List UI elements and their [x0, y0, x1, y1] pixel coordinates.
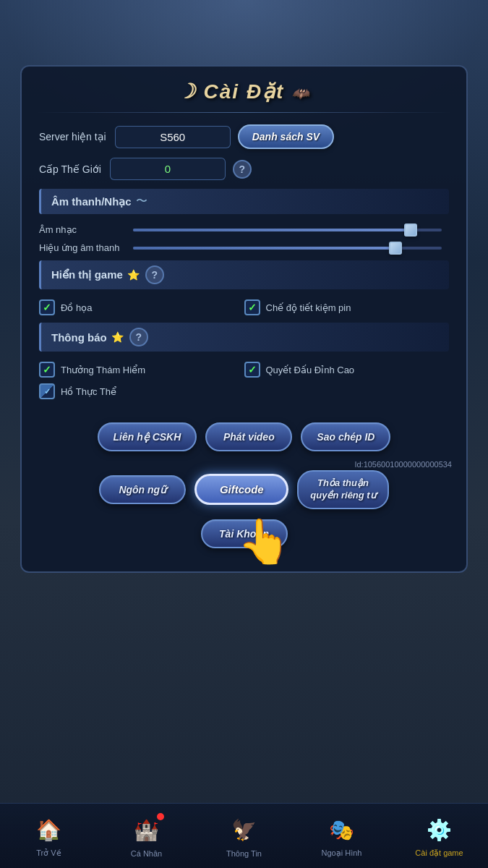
ca-nhan-label: Cá Nhân: [131, 849, 162, 858]
do-hoa-checkbox[interactable]: [39, 299, 55, 315]
display-options-row: Đồ họa Chế độ tiết kiệm pin: [39, 299, 449, 315]
nav-thong-tin[interactable]: 🦅 Thông Tin: [195, 814, 293, 858]
nav-ca-nhan[interactable]: 🏰 Cá Nhân: [98, 814, 195, 858]
ngoai-hinh-label: Ngoại Hình: [322, 848, 362, 858]
tiet-kiem-label: Chế độ tiết kiệm pin: [266, 302, 351, 313]
privacy-line2: quyền riêng tư: [310, 490, 375, 501]
am-thanh-title: Âm thanh/Nhạc: [51, 195, 132, 208]
hien-thi-star-icon: ⭐: [127, 269, 140, 281]
am-nhac-fill: [133, 229, 411, 231]
quyet-dau-label: Quyết Đấu Đỉnh Cao: [266, 365, 355, 375]
quyet-dau-item: Quyết Đấu Đỉnh Cao: [244, 362, 450, 378]
privacy-line1: Thỏa thuận: [317, 477, 369, 488]
quyet-dau-checkbox[interactable]: [244, 362, 260, 378]
thuong-tham-hiem-checkbox[interactable]: [39, 362, 55, 378]
nav-ngoai-hinh[interactable]: 🎭 Ngoại Hình: [293, 814, 390, 858]
hieu-ung-slider[interactable]: [133, 247, 442, 250]
cap-label: Cấp Thế Giới: [39, 163, 101, 175]
bottom-navigation: 🏠 Trở Về 🏰 Cá Nhân 🦅 Thông Tin 🎭 Ngoại H…: [0, 803, 488, 868]
server-row: Server hiện tại S560 Danh sách SV: [39, 124, 449, 149]
do-hoa-item: Đồ họa: [39, 299, 244, 315]
sao-chep-button[interactable]: Sao chép ID: [301, 422, 390, 451]
notif-row-1: Thưởng Thám Hiểm Quyết Đấu Đỉnh Cao: [39, 362, 449, 378]
cai-dat-game-label: Cài đặt game: [415, 848, 463, 858]
hieu-ung-fill: [133, 247, 395, 250]
do-hoa-label: Đồ họa: [61, 302, 92, 313]
cai-dat-game-icon: ⚙️: [424, 814, 455, 846]
ho-thuc-checkbox[interactable]: [39, 383, 55, 399]
ca-nhan-notification-dot: [157, 813, 164, 820]
ca-nhan-icon: 🏰: [131, 814, 163, 846]
settings-panel: ☽ Cài Đặt 🦇 Server hiện tại S560 Danh sá…: [20, 65, 468, 573]
server-list-button[interactable]: Danh sách SV: [238, 124, 334, 149]
am-nhac-row: Âm nhạc: [39, 224, 449, 235]
nav-cai-dat-game[interactable]: ⚙️ Cài đặt game: [390, 814, 488, 858]
server-label: Server hiện tại: [39, 131, 106, 142]
notif-row-2: Hồ Thực Thể: [39, 383, 449, 399]
thuong-tham-hiem-label: Thưởng Thám Hiểm: [61, 365, 145, 375]
am-nhac-thumb[interactable]: [404, 224, 417, 237]
title-area: ☽ Cài Đặt 🦇: [22, 67, 466, 112]
id-display: Id:10560010000000000534: [33, 460, 455, 469]
buttons-section: Liên hệ CSKH Phát video Sao chép ID Id:1…: [22, 417, 466, 548]
hien-thi-title: Hiển thị game: [51, 268, 123, 281]
phat-video-button[interactable]: Phát video: [205, 422, 292, 451]
cursor-hand-icon: 👆: [237, 516, 291, 567]
thong-tin-label: Thông Tin: [226, 849, 262, 858]
privacy-button[interactable]: Thỏa thuận quyền riêng tư: [297, 470, 388, 509]
tiet-kiem-item: Chế độ tiết kiệm pin: [244, 299, 450, 315]
lien-he-button[interactable]: Liên hệ CSKH: [98, 422, 197, 451]
hien-thi-header: Hiển thị game ⭐ ?: [39, 260, 449, 289]
hieu-ung-row: Hiệu ứng âm thanh: [39, 242, 449, 253]
tro-ve-label: Trở Về: [36, 848, 61, 858]
content-area: Server hiện tại S560 Danh sách SV Cấp Th…: [22, 113, 466, 417]
ngoai-hinh-icon: 🎭: [326, 814, 358, 846]
thong-bao-header: Thông báo ⭐ ?: [39, 323, 449, 352]
btn-row-1: Liên hệ CSKH Phát video Sao chép ID: [33, 422, 455, 451]
tiet-kiem-checkbox[interactable]: [244, 299, 260, 315]
btn-row-2: Ngôn ngữ Giftcode Thỏa thuận quyền riêng…: [33, 470, 455, 509]
cap-the-gioi-row: Cấp Thế Giới 0 ?: [39, 158, 449, 180]
thong-bao-star-icon: ⭐: [111, 331, 124, 343]
thuong-tham-hiem-item: Thưởng Thám Hiểm: [39, 362, 244, 378]
hien-thi-help-icon[interactable]: ?: [145, 265, 164, 284]
am-nhac-label: Âm nhạc: [39, 224, 126, 235]
giftcode-button[interactable]: Giftcode: [194, 474, 288, 505]
ho-thuc-label: Hồ Thực Thể: [61, 386, 116, 397]
nav-tro-ve[interactable]: 🏠 Trở Về: [0, 814, 98, 858]
hieu-ung-thumb[interactable]: [389, 242, 402, 255]
am-thanh-header: Âm thanh/Nhạc 〜: [39, 189, 449, 214]
server-value: S560: [115, 126, 231, 148]
am-nhac-slider[interactable]: [133, 229, 442, 231]
tro-ve-icon: 🏠: [33, 814, 65, 846]
cap-value: 0: [110, 158, 226, 180]
thong-bao-help-icon[interactable]: ?: [129, 328, 148, 346]
am-thanh-wave-icon: 〜: [136, 194, 147, 209]
ho-thuc-item: Hồ Thực Thể: [39, 383, 449, 399]
thong-tin-icon: 🦅: [228, 814, 260, 846]
thong-bao-title: Thông báo: [51, 331, 107, 344]
hieu-ung-label: Hiệu ứng âm thanh: [39, 242, 126, 253]
ngon-ngu-button[interactable]: Ngôn ngữ: [99, 475, 186, 504]
cap-help-icon[interactable]: ?: [233, 160, 252, 179]
